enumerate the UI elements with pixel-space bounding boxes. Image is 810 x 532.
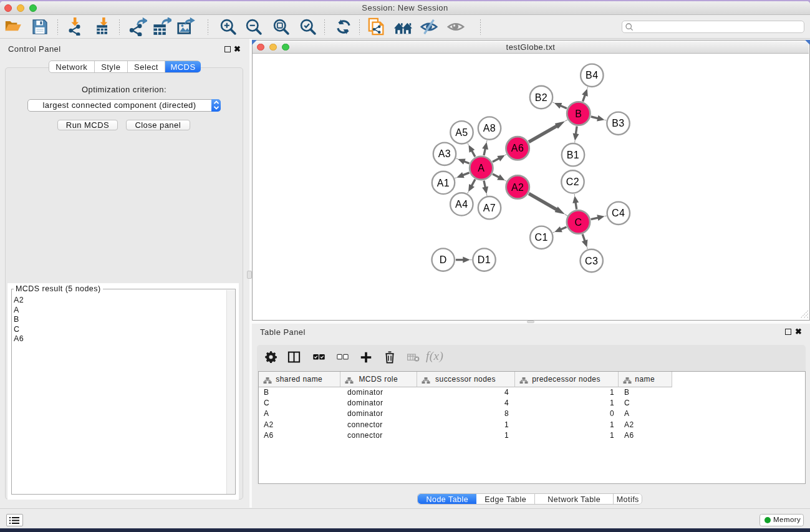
svg-text:A7: A7 xyxy=(483,203,495,213)
svg-text:A6: A6 xyxy=(511,143,523,153)
svg-text:A8: A8 xyxy=(483,123,495,133)
svg-text:B: B xyxy=(575,109,582,119)
svg-text:C2: C2 xyxy=(566,177,579,187)
svg-text:B3: B3 xyxy=(612,118,624,128)
svg-text:A: A xyxy=(478,163,485,173)
svg-text:C4: C4 xyxy=(612,208,625,218)
svg-text:C1: C1 xyxy=(534,232,547,243)
svg-text:D: D xyxy=(439,254,446,265)
svg-text:A3: A3 xyxy=(438,148,450,159)
svg-text:A5: A5 xyxy=(455,127,468,138)
svg-text:A4: A4 xyxy=(455,199,468,210)
svg-text:D1: D1 xyxy=(477,254,490,265)
svg-text:C: C xyxy=(574,217,582,228)
svg-text:A2: A2 xyxy=(511,182,523,193)
svg-text:B2: B2 xyxy=(534,92,547,103)
svg-text:A1: A1 xyxy=(436,178,449,188)
svg-text:B4: B4 xyxy=(586,70,598,80)
svg-text:B1: B1 xyxy=(566,150,579,160)
svg-text:C3: C3 xyxy=(585,256,598,266)
